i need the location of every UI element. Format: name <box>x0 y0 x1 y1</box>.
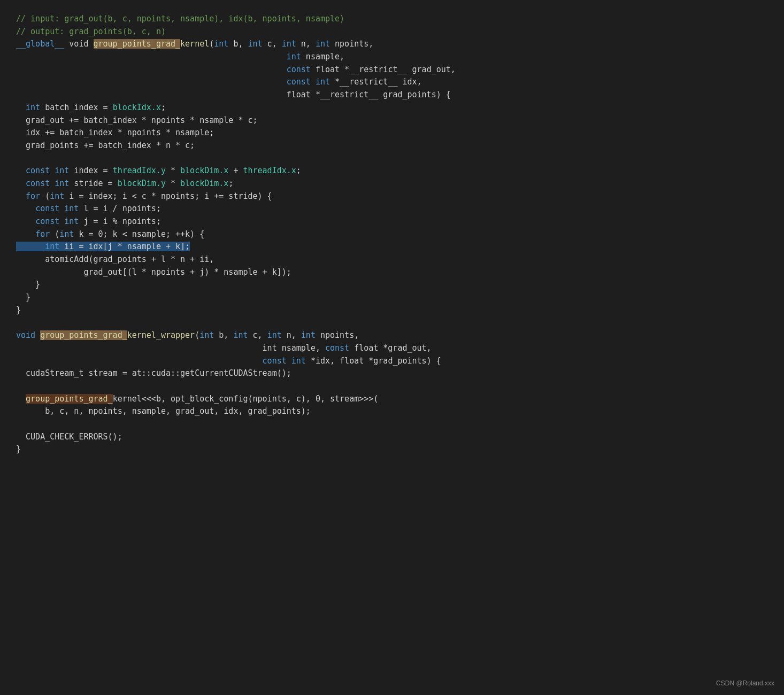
code-container: // input: grad_out(b, c, npoints, nsampl… <box>0 0 784 695</box>
watermark: CSDN @Roland.xxx <box>716 678 774 689</box>
code-block: // input: grad_out(b, c, npoints, nsampl… <box>0 7 784 461</box>
